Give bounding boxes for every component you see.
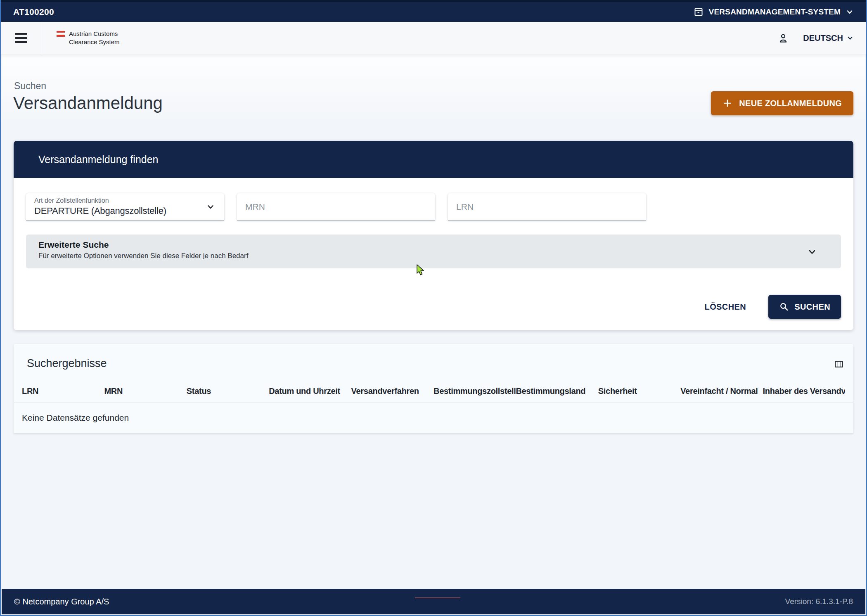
- copyright-text: © Netcompany Group A/S: [14, 597, 109, 607]
- chevron-down-icon: [846, 34, 854, 42]
- app-footer: © Netcompany Group A/S Version: 6.1.3.1-…: [2, 589, 865, 614]
- page-content: Suchen Versandanmeldung NEUE ZOLLANMELDU…: [2, 54, 865, 589]
- menu-icon[interactable]: [15, 33, 27, 43]
- lrn-field-wrapper: [448, 193, 646, 220]
- clear-button[interactable]: LÖSCHEN: [705, 302, 746, 312]
- advanced-search-subtitle: Für erweiterte Optionen verwenden Sie di…: [38, 252, 812, 260]
- system-topbar: AT100200 VERSANDMANAGEMENT-SYSTEM: [1, 2, 866, 22]
- chevron-down-icon: [846, 8, 854, 16]
- chevron-down-icon: [206, 202, 215, 211]
- app-logo-text: Austrian Customs Clearance System: [69, 30, 120, 47]
- mrn-input[interactable]: [237, 193, 435, 220]
- advanced-search-title: Erweiterte Suche: [38, 240, 812, 250]
- column-header[interactable]: Bestimmungszollstelle: [434, 381, 516, 403]
- system-selector-label: VERSANDMANAGEMENT-SYSTEM: [709, 7, 841, 17]
- column-header[interactable]: Status: [187, 381, 269, 403]
- results-table-header: LRN MRN Status Datum und Uhrzeit Versand…: [14, 381, 853, 403]
- search-button-label: SUCHEN: [794, 302, 830, 312]
- find-declaration-title: Versandanmeldung finden: [38, 154, 159, 166]
- app-window: AT100200 VERSANDMANAGEMENT-SYSTEM Austri…: [0, 0, 867, 616]
- lrn-input[interactable]: [448, 193, 646, 220]
- empty-results-row: Keine Datensätze gefunden: [14, 403, 853, 434]
- new-declaration-label: NEUE ZOLLANMELDUNG: [739, 99, 842, 108]
- column-header[interactable]: Inhaber des Versandverfahrens: [763, 381, 845, 403]
- mrn-field-wrapper: [237, 193, 435, 220]
- results-title: Suchergebnisse: [27, 357, 107, 370]
- user-icon[interactable]: [777, 32, 789, 44]
- chevron-down-icon: [807, 247, 817, 257]
- app-logo[interactable]: Austrian Customs Clearance System: [57, 30, 120, 47]
- column-header[interactable]: LRN: [22, 381, 104, 403]
- column-header[interactable]: MRN: [104, 381, 186, 403]
- search-icon: [779, 302, 789, 312]
- office-function-select[interactable]: Art der Zollstellenfunktion DEPARTURE (A…: [26, 193, 224, 220]
- office-function-label: Art der Zollstellenfunktion: [34, 197, 109, 204]
- column-header[interactable]: Versandverfahren: [351, 381, 434, 403]
- austrian-flag-icon: [57, 31, 65, 37]
- view-columns-icon[interactable]: [834, 359, 844, 369]
- column-header[interactable]: Sicherheit: [598, 381, 680, 403]
- advanced-search-toggle[interactable]: Erweiterte Suche Für erweiterte Optionen…: [26, 235, 841, 268]
- app-header: Austrian Customs Clearance System DEUTSC…: [1, 22, 866, 54]
- find-declaration-panel: Versandanmeldung finden Art der Zollstel…: [14, 141, 853, 330]
- breadcrumb: Suchen: [14, 81, 865, 92]
- plus-icon: [722, 98, 732, 108]
- search-results-panel: Suchergebnisse LRN MRN Status Datum und …: [14, 344, 853, 434]
- customs-office-code: AT100200: [13, 7, 54, 17]
- column-header[interactable]: Vereinfacht / Normal: [680, 381, 763, 403]
- office-function-value: DEPARTURE (Abgangszollstelle): [34, 206, 166, 216]
- column-header[interactable]: Datum und Uhrzeit: [269, 381, 351, 403]
- new-declaration-button[interactable]: NEUE ZOLLANMELDUNG: [711, 91, 853, 115]
- header-divider: [42, 22, 42, 54]
- system-selector[interactable]: VERSANDMANAGEMENT-SYSTEM: [693, 7, 854, 17]
- search-button[interactable]: SUCHEN: [768, 295, 841, 319]
- find-declaration-panel-header: Versandanmeldung finden: [14, 141, 853, 178]
- empty-results-message: Keine Datensätze gefunden: [22, 403, 845, 433]
- language-label: DEUTSCH: [803, 33, 843, 43]
- footer-divider-line: [415, 597, 460, 598]
- archive-box-icon: [693, 7, 704, 17]
- version-text: Version: 6.1.3.1-P.8: [785, 597, 853, 606]
- language-selector[interactable]: DEUTSCH: [803, 33, 854, 43]
- column-header[interactable]: Bestimmungsland: [516, 381, 598, 403]
